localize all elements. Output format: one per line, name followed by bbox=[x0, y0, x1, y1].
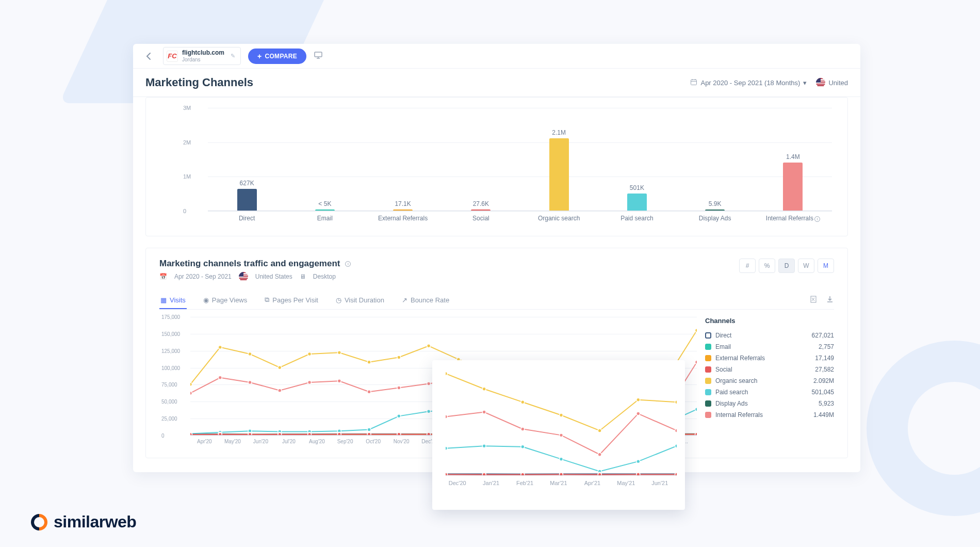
legend-item[interactable]: Display Ads5,923 bbox=[705, 398, 834, 409]
country-label: United bbox=[828, 79, 848, 87]
svg-point-120 bbox=[521, 427, 525, 431]
engagement-meta: 📅 Apr 2020 - Sep 2021 United States 🖥 De… bbox=[159, 272, 351, 281]
toggle-weekly[interactable]: W bbox=[798, 259, 814, 273]
bar[interactable] bbox=[705, 210, 725, 211]
svg-point-110 bbox=[695, 432, 697, 435]
engagement-title: Marketing channels traffic and engagemen… bbox=[159, 259, 340, 269]
svg-point-130 bbox=[636, 460, 640, 463]
legend-item[interactable]: Paid search501,045 bbox=[705, 387, 834, 398]
compare-button[interactable]: + COMPARE bbox=[248, 49, 306, 64]
svg-point-47 bbox=[427, 410, 431, 413]
calendar-icon: ▦ bbox=[160, 296, 167, 304]
toggle-hash[interactable]: # bbox=[739, 259, 756, 273]
svg-point-112 bbox=[482, 387, 486, 391]
legend-name: Paid search bbox=[715, 389, 748, 396]
tab-visit-duration[interactable]: ◷Visit Duration bbox=[335, 292, 385, 309]
bar-value-label: 5.9K bbox=[709, 200, 722, 207]
site-domain: flightclub.com bbox=[182, 50, 224, 56]
date-range-picker[interactable]: Apr 2020 - Sep 2021 (18 Months) ▾ bbox=[690, 78, 807, 87]
svg-point-26 bbox=[337, 379, 341, 383]
toggle-daily[interactable]: D bbox=[778, 259, 795, 273]
legend-value: 2,757 bbox=[819, 343, 834, 350]
legend-value: 501,045 bbox=[812, 389, 834, 396]
svg-point-3 bbox=[190, 382, 192, 386]
download-icon[interactable] bbox=[826, 295, 834, 305]
svg-point-94 bbox=[218, 432, 222, 435]
legend-title: Channels bbox=[705, 317, 834, 325]
plus-icon: + bbox=[257, 52, 262, 60]
topbar: FC flightclub.com Jordans ✎ + COMPARE bbox=[133, 44, 860, 69]
svg-point-27 bbox=[367, 390, 371, 394]
bar[interactable] bbox=[627, 194, 647, 211]
svg-point-46 bbox=[397, 414, 401, 418]
site-category: Jordans bbox=[182, 57, 224, 62]
country-picker[interactable]: United bbox=[816, 78, 848, 87]
subheader: Marketing Channels Apr 2020 - Sep 2021 (… bbox=[133, 69, 860, 97]
tab-label: Bounce Rate bbox=[411, 296, 449, 304]
svg-point-131 bbox=[675, 444, 677, 448]
legend-swatch bbox=[705, 366, 711, 373]
bar[interactable] bbox=[315, 210, 335, 211]
tab-bounce-rate[interactable]: ↗Bounce Rate bbox=[401, 292, 450, 309]
svg-point-28 bbox=[397, 386, 401, 390]
similarweb-mark-icon bbox=[31, 514, 47, 530]
toggle-monthly[interactable]: M bbox=[818, 259, 834, 273]
us-flag-icon bbox=[816, 78, 825, 87]
bar-category-label: Organic search bbox=[538, 215, 580, 222]
bar-category-label: Internal Referralsi bbox=[766, 215, 820, 222]
tab-pageviews[interactable]: ◉Page Views bbox=[202, 292, 248, 309]
legend-name: Email bbox=[715, 343, 731, 350]
legend-item[interactable]: External Referrals17,149 bbox=[705, 352, 834, 364]
calendar-icon bbox=[690, 78, 697, 87]
pencil-icon[interactable]: ✎ bbox=[231, 53, 235, 59]
site-logo: FC bbox=[167, 51, 178, 62]
svg-point-123 bbox=[636, 412, 640, 415]
bar-value-label: 501K bbox=[630, 184, 644, 191]
svg-point-111 bbox=[446, 372, 447, 375]
us-flag-icon bbox=[239, 272, 248, 281]
legend-item[interactable]: Social27,582 bbox=[705, 364, 834, 375]
svg-point-139 bbox=[446, 473, 447, 475]
date-range-label: Apr 2020 - Sep 2021 (18 Months) bbox=[700, 79, 800, 87]
bar-category-label: Display Ads bbox=[699, 215, 731, 222]
tab-label: Page Views bbox=[212, 296, 247, 304]
bar[interactable] bbox=[471, 210, 491, 211]
brand-logo: similarweb bbox=[31, 512, 136, 532]
legend-swatch bbox=[705, 412, 711, 418]
svg-point-145 bbox=[675, 473, 677, 475]
tab-pages-per-visit[interactable]: ⧉Pages Per Visit bbox=[264, 292, 319, 309]
page-title: Marketing Channels bbox=[145, 76, 253, 89]
svg-point-100 bbox=[397, 432, 401, 435]
legend-item[interactable]: Direct627,021 bbox=[705, 330, 834, 341]
legend-swatch bbox=[705, 332, 711, 339]
tab-label: Visits bbox=[170, 296, 186, 304]
bar-value-label: 627K bbox=[240, 180, 254, 187]
legend-item[interactable]: Email2,757 bbox=[705, 341, 834, 352]
legend-swatch bbox=[705, 355, 711, 361]
back-button[interactable] bbox=[142, 50, 156, 63]
svg-point-143 bbox=[598, 473, 601, 475]
view-toggles: # % D W M bbox=[739, 259, 834, 273]
legend-item[interactable]: Organic search2.092M bbox=[705, 375, 834, 387]
bar[interactable] bbox=[393, 210, 413, 211]
svg-point-4 bbox=[218, 345, 222, 349]
legend-item[interactable]: Internal Referrals1.449M bbox=[705, 409, 834, 421]
info-icon[interactable]: i bbox=[345, 261, 351, 267]
tab-label: Pages Per Visit bbox=[272, 296, 318, 304]
svg-point-21 bbox=[190, 391, 192, 395]
presentation-icon[interactable] bbox=[314, 51, 323, 62]
bar[interactable] bbox=[237, 189, 257, 211]
svg-point-9 bbox=[367, 360, 371, 364]
bar[interactable] bbox=[783, 163, 803, 211]
tab-visits[interactable]: ▦Visits bbox=[159, 292, 187, 309]
svg-point-126 bbox=[482, 444, 486, 448]
excel-export-icon[interactable] bbox=[810, 295, 819, 305]
bar-chart-card: 01M2M3M627KDirect< 5KEmail17.1KExternal … bbox=[145, 97, 848, 236]
legend-value: 627,021 bbox=[812, 332, 834, 339]
svg-point-6 bbox=[278, 366, 282, 369]
site-chip[interactable]: FC flightclub.com Jordans ✎ bbox=[163, 47, 241, 65]
svg-point-128 bbox=[560, 457, 563, 461]
legend-value: 5,923 bbox=[819, 400, 834, 407]
toggle-pct[interactable]: % bbox=[759, 259, 775, 273]
bar[interactable] bbox=[549, 138, 569, 211]
